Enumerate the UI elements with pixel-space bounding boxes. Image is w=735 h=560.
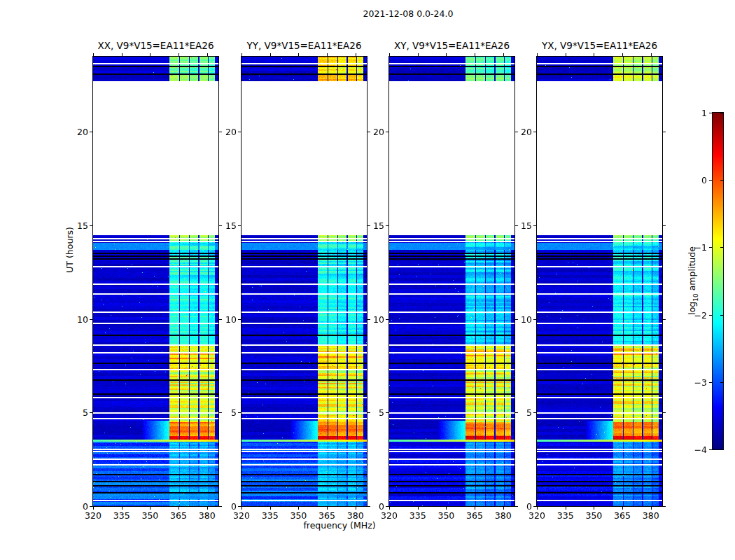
colorbar-tick-label: 0 [683,175,707,186]
panel-title-xx: XX, V9*V15=EA11*EA26 [97,40,214,51]
y-tick-mark [386,319,388,320]
spectrogram-canvas-xx [93,57,218,506]
x-tick-label: 365 [170,510,187,521]
y-tick-mark [663,412,666,413]
x-tick-mark [537,507,538,510]
y-tick-mark [533,412,536,413]
spectrogram-canvas-yx [537,57,662,506]
y-tick-label: 20 [64,127,88,137]
y-tick-mark [238,319,241,320]
y-tick-mark [533,319,536,320]
x-tick-mark [298,53,299,56]
y-tick-mark [533,132,536,132]
x-tick-mark [93,53,94,56]
y-tick-mark [386,132,388,132]
x-tick-mark [475,507,475,510]
figure-title: 2021-12-08 0.0-24.0 [363,8,454,19]
x-tick-mark [418,53,419,56]
x-tick-mark [389,53,390,56]
colorbar [712,112,724,450]
x-tick-label: 335 [262,510,279,521]
y-tick-mark [663,225,666,226]
x-tick-label: 365 [318,510,335,521]
y-tick-mark [238,506,241,507]
x-tick-mark [356,507,356,510]
x-tick-mark [503,507,504,510]
y-tick-mark [90,319,92,320]
x-tick-label: 320 [381,510,398,521]
y-tick-label: 10 [360,314,384,324]
y-tick-label: 10 [508,314,532,324]
x-tick-label: 380 [495,510,512,521]
x-tick-mark [298,507,299,510]
x-tick-label: 380 [347,510,364,521]
y-tick-label: 5 [213,407,237,418]
x-tick-mark [503,53,504,56]
colorbar-label: log10 amplitude [687,246,699,315]
x-tick-mark [566,53,566,56]
colorbar-canvas [713,113,723,449]
y-tick-mark [533,225,536,226]
x-tick-mark [418,507,419,510]
spectrogram-panel-xx: XX, V9*V15=EA11*EA26 [92,56,219,507]
colorbar-tick-mark [709,315,712,316]
y-tick-mark [90,506,92,507]
colorbar-tick-label: 1 [683,108,707,118]
x-axis-label: frequency (MHz) [303,520,375,531]
y-tick-label: 5 [508,407,532,418]
y-tick-mark [238,225,241,226]
colorbar-tick-mark [720,382,723,383]
x-tick-mark [622,507,623,510]
x-tick-mark [327,53,328,56]
x-tick-mark [150,507,150,510]
y-tick-mark [90,132,92,132]
x-tick-mark [207,507,208,510]
y-tick-mark [663,319,666,320]
panel-title-xy: XY, V9*V15=EA11*EA26 [394,40,510,51]
x-tick-mark [122,53,122,56]
y-tick-label: 10 [64,314,88,324]
y-tick-mark [386,506,388,507]
x-tick-label: 320 [85,510,102,521]
x-tick-mark [356,53,356,56]
x-tick-label: 350 [585,510,602,521]
colorbar-tick-mark [709,449,712,450]
x-tick-mark [178,53,179,56]
y-tick-label: 20 [508,127,532,137]
spectrogram-canvas-yy [241,57,367,506]
y-tick-mark [533,506,536,507]
x-tick-mark [446,53,447,56]
x-tick-mark [594,53,594,56]
x-tick-label: 350 [290,510,307,521]
x-tick-label: 365 [614,510,631,521]
spectrogram-panel-xy: XY, V9*V15=EA11*EA26 [388,56,515,507]
x-tick-mark [270,53,271,56]
x-tick-label: 335 [410,510,426,521]
x-tick-mark [270,507,271,510]
x-tick-mark [150,53,150,56]
y-tick-label: 5 [360,407,384,418]
x-tick-mark [389,507,390,510]
x-tick-mark [241,507,242,510]
spectrogram-canvas-xy [389,57,514,506]
y-tick-mark [90,225,92,226]
y-tick-mark [238,132,241,132]
x-tick-mark [622,53,623,56]
colorbar-tick-mark [709,113,712,113]
colorbar-tick-mark [709,247,712,248]
colorbar-tick-label: −1 [683,242,707,253]
x-tick-mark [566,507,566,510]
x-tick-mark [241,53,242,56]
x-tick-mark [122,507,122,510]
x-tick-label: 365 [466,510,483,521]
colorbar-tick-label: −4 [683,444,707,455]
x-tick-mark [651,507,652,510]
x-tick-label: 350 [438,510,454,521]
y-tick-mark [663,132,666,132]
x-tick-mark [651,53,652,56]
y-tick-label: 15 [360,220,384,230]
colorbar-tick-mark [720,247,723,248]
x-tick-label: 380 [199,510,216,521]
y-tick-mark [386,412,388,413]
x-tick-mark [475,53,475,56]
